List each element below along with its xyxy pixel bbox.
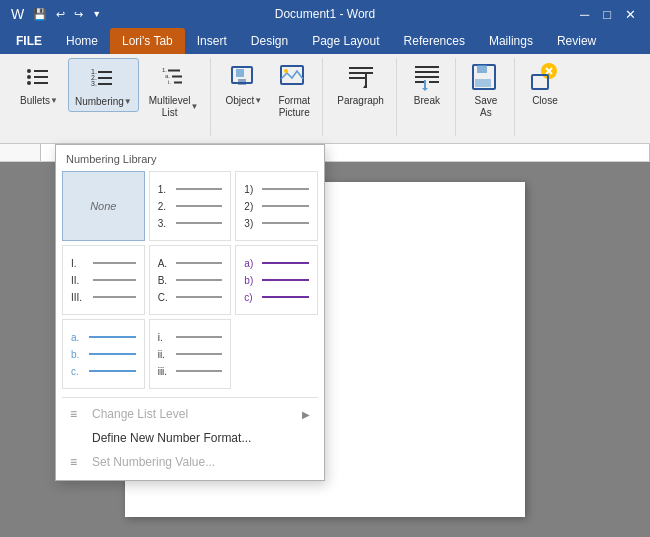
paragraph-group: Paragraph: [325, 58, 397, 136]
ribbon: Bullets ▼ 1. 2. 3. Numberi: [0, 54, 650, 144]
ribbon-tab-bar: FILE Home Lori's Tab Insert Design Page …: [0, 28, 650, 54]
tab-mailings[interactable]: Mailings: [477, 28, 545, 54]
numbering-alpha-upper-cell[interactable]: A. B. C.: [149, 245, 232, 315]
close-doc-button[interactable]: Close: [523, 58, 567, 110]
save-quick-btn[interactable]: 💾: [30, 6, 50, 23]
num-line-1: 1.: [158, 184, 223, 195]
bullets-button[interactable]: Bullets ▼: [14, 58, 64, 110]
num-al-1: a.: [71, 332, 136, 343]
window-title: Document1 - Word: [275, 7, 375, 21]
change-level-arrow: ▶: [302, 409, 310, 420]
break-group: Break: [399, 58, 456, 136]
svg-point-4: [27, 81, 31, 85]
num-alpha-2: B.: [158, 275, 223, 286]
numbering-alpha-lower-cell[interactable]: a. b. c.: [62, 319, 145, 389]
set-numbering-value-item: ≡ Set Numbering Value...: [62, 450, 318, 474]
svg-rect-37: [475, 79, 491, 87]
svg-point-2: [27, 75, 31, 79]
save-as-button[interactable]: SaveAs: [464, 58, 508, 122]
numbering-icon: 1. 2. 3.: [87, 62, 119, 94]
svg-rect-1: [34, 70, 48, 72]
tab-home[interactable]: Home: [54, 28, 110, 54]
svg-rect-23: [349, 67, 373, 69]
num-romanl-3: iii.: [158, 366, 223, 377]
numbering-123-cell[interactable]: 1. 2. 3.: [149, 171, 232, 241]
define-new-format-item[interactable]: Define New Number Format...: [62, 426, 318, 450]
object-arrow: ▼: [254, 96, 262, 105]
save-as-buttons: SaveAs: [464, 58, 508, 136]
paragraph-label: Paragraph: [337, 95, 384, 107]
multilevel-arrow: ▼: [190, 102, 198, 111]
close-doc-group: Close: [517, 58, 573, 136]
tab-review[interactable]: Review: [545, 28, 608, 54]
object-group: Object ▼ FormatPicture: [213, 58, 323, 136]
svg-text:i.: i.: [168, 79, 171, 85]
numbering-roman-lower-cell[interactable]: i. ii. iii.: [149, 319, 232, 389]
tab-loris[interactable]: Lori's Tab: [110, 28, 185, 54]
customize-qa[interactable]: ▼: [89, 7, 104, 21]
change-list-level-label: Change List Level: [92, 407, 188, 421]
svg-rect-32: [429, 81, 439, 83]
close-doc-icon: [529, 61, 561, 93]
object-button[interactable]: Object ▼: [219, 58, 268, 110]
svg-rect-5: [34, 82, 48, 84]
num-romanl-1: i.: [158, 332, 223, 343]
dropdown-header: Numbering Library: [62, 151, 318, 171]
numbering-none-cell[interactable]: None: [62, 171, 145, 241]
num-al-3: c.: [71, 366, 136, 377]
svg-rect-31: [415, 81, 425, 83]
change-level-icon: ≡: [70, 407, 86, 421]
set-value-label: Set Numbering Value...: [92, 455, 215, 469]
svg-rect-25: [349, 77, 367, 79]
num-roman-2: II.: [71, 275, 136, 286]
svg-text:3.: 3.: [91, 80, 97, 87]
num-roman-3: III.: [71, 292, 136, 303]
svg-rect-28: [415, 66, 439, 68]
svg-marker-20: [236, 69, 244, 77]
tab-design[interactable]: Design: [239, 28, 300, 54]
tab-insert[interactable]: Insert: [185, 28, 239, 54]
numbering-123paren-cell[interactable]: 1) 2) 3): [235, 171, 318, 241]
num-alphal-1: a): [244, 258, 309, 269]
multilevel-icon: 1. a. i.: [158, 61, 190, 93]
paragraph-buttons: Paragraph: [331, 58, 390, 136]
numbering-alpha-lower-paren-cell[interactable]: a) b) c): [235, 245, 318, 315]
save-as-group: SaveAs: [458, 58, 515, 136]
tab-references[interactable]: References: [392, 28, 477, 54]
window-controls: ─ □ ✕: [574, 7, 642, 22]
num-line-2: 2.: [158, 201, 223, 212]
close-btn[interactable]: ✕: [619, 7, 642, 22]
break-button[interactable]: Break: [405, 58, 449, 110]
tab-file[interactable]: FILE: [4, 28, 54, 54]
numbering-label: Numbering: [75, 96, 124, 108]
close-doc-buttons: Close: [523, 58, 567, 136]
numbering-button[interactable]: 1. 2. 3. Numbering ▼: [68, 58, 139, 112]
num-romanl-2: ii.: [158, 349, 223, 360]
minimize-btn[interactable]: ─: [574, 7, 595, 22]
undo-btn[interactable]: ↩: [53, 6, 68, 23]
break-label: Break: [414, 95, 440, 107]
multilevel-label: MultilevelList: [149, 95, 191, 119]
multilevel-button[interactable]: 1. a. i. MultilevelList ▼: [143, 58, 205, 122]
paragraph-button[interactable]: Paragraph: [331, 58, 390, 110]
break-buttons: Break: [405, 58, 449, 136]
svg-point-22: [284, 69, 288, 73]
tab-page-layout[interactable]: Page Layout: [300, 28, 391, 54]
svg-rect-17: [174, 82, 182, 84]
word-icon: W: [8, 4, 27, 24]
bullets-label: Bullets: [20, 95, 50, 107]
close-doc-label: Close: [532, 95, 558, 107]
define-new-label: Define New Number Format...: [92, 431, 251, 445]
quick-access-toolbar: W 💾 ↩ ↪ ▼: [8, 4, 104, 24]
svg-rect-13: [168, 70, 180, 72]
format-picture-button[interactable]: FormatPicture: [272, 58, 316, 122]
redo-btn[interactable]: ↪: [71, 6, 86, 23]
svg-rect-3: [34, 76, 48, 78]
svg-rect-9: [98, 77, 112, 79]
numbering-roman-upper-cell[interactable]: I. II. III.: [62, 245, 145, 315]
format-picture-icon: [278, 61, 310, 93]
numbering-dropdown[interactable]: Numbering Library None 1. 2. 3. 1): [55, 144, 325, 481]
maximize-btn[interactable]: □: [597, 7, 617, 22]
save-as-label: SaveAs: [475, 95, 498, 119]
object-label: Object: [225, 95, 254, 107]
